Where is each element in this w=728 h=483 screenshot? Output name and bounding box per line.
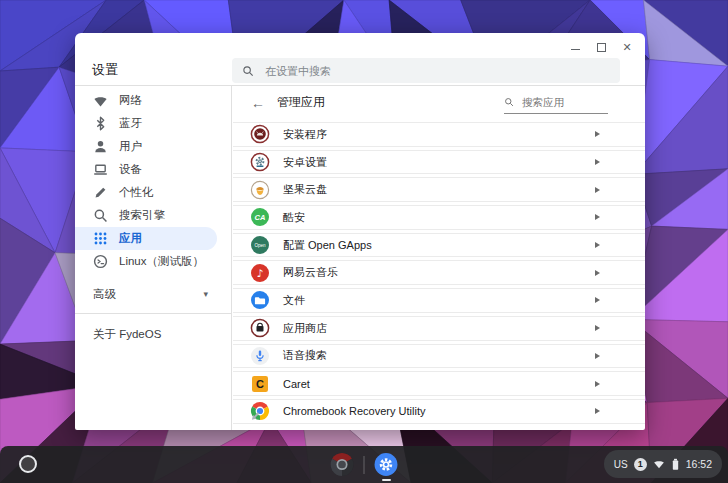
app-row[interactable]: 安卓设置 (233, 150, 645, 175)
appstore-icon (250, 318, 270, 338)
app-label: 文件 (283, 293, 582, 308)
minimize-icon[interactable] (568, 41, 582, 53)
sidebar-item-label: 网络 (119, 93, 142, 108)
pen-icon (93, 185, 108, 200)
launcher-button[interactable] (19, 455, 37, 473)
laptop-icon (93, 162, 108, 177)
sidebar-divider (75, 313, 231, 314)
person-icon (93, 139, 108, 154)
about-label: 关于 FydeOS (93, 327, 161, 342)
sidebar-item-laptop[interactable]: 设备 (75, 158, 231, 181)
apps-search-input[interactable] (520, 95, 608, 109)
close-icon[interactable]: ✕ (620, 41, 634, 53)
settings-search-input[interactable] (263, 64, 610, 78)
chevron-right-icon (595, 381, 600, 387)
bluetooth-icon (93, 116, 108, 131)
app-row[interactable]: 坚果云盘 (233, 177, 645, 202)
svg-text:♪: ♪ (257, 267, 264, 279)
sidebar-item-terminal[interactable]: Linux（测试版） (75, 250, 231, 273)
netease-icon: ♪ (250, 263, 270, 283)
shelf-apps (330, 446, 399, 483)
chevron-right-icon (595, 353, 600, 359)
app-row[interactable]: CCaret (233, 371, 645, 396)
sidebar-item-label: 应用 (119, 231, 142, 246)
notification-badge: 1 (634, 458, 647, 471)
wifi-icon (93, 93, 108, 108)
app-row[interactable]: Open配置 Open GApps (233, 233, 645, 258)
installer-icon (250, 124, 270, 144)
sidebar-item-search[interactable]: 搜索引擎 (75, 204, 231, 227)
sidebar-item-bluetooth[interactable]: 蓝牙 (75, 112, 231, 135)
chevron-right-icon (595, 270, 600, 276)
apps-icon (93, 231, 108, 246)
app-row[interactable]: 文件 (233, 288, 645, 313)
window-titlebar[interactable] (75, 33, 645, 55)
app-row[interactable]: Chromebook Recovery Utility (233, 399, 645, 424)
app-row[interactable]: CA酷安 (233, 205, 645, 230)
window-controls: ✕ (568, 41, 634, 53)
nutstore-icon (250, 180, 270, 200)
maximize-icon[interactable] (594, 41, 608, 53)
wifi-icon (653, 459, 665, 469)
sidebar-item-label: 搜索引擎 (119, 208, 165, 223)
chevron-right-icon (595, 187, 600, 193)
app-row[interactable]: 应用商店 (233, 316, 645, 341)
coolapk-icon: CA (250, 207, 270, 227)
caret-icon: C (250, 374, 270, 394)
sidebar-item-about[interactable]: 关于 FydeOS (75, 319, 231, 349)
battery-icon (671, 458, 680, 471)
keyboard-layout-indicator: US (614, 459, 628, 470)
terminal-icon (93, 254, 108, 269)
sidebar-item-label: Linux（测试版） (119, 254, 204, 269)
svg-text:Open: Open (254, 243, 266, 248)
page-title: 设置 (92, 58, 118, 82)
app-row[interactable]: 安装程序 (233, 122, 645, 147)
svg-text:C: C (256, 378, 264, 390)
active-app-indicator (382, 479, 391, 481)
chevron-right-icon (595, 159, 600, 165)
settings-window: ✕ 设置 网络蓝牙用户设备个性化搜索引擎应用Linux（测试版） 高级 ▾ 关于… (75, 33, 645, 430)
chevron-right-icon (595, 131, 600, 137)
status-tray[interactable]: US 1 16:52 (604, 450, 722, 478)
app-label: 网易云音乐 (283, 265, 582, 280)
recovery-icon (250, 401, 270, 421)
chevron-down-icon: ▾ (203, 289, 208, 299)
sidebar-item-apps[interactable]: 应用 (75, 227, 217, 250)
android-settings-icon (250, 152, 270, 172)
back-arrow-icon[interactable]: ← (251, 95, 271, 111)
chevron-right-icon (595, 408, 600, 414)
chevron-right-icon (595, 214, 600, 220)
files-icon (250, 290, 270, 310)
app-label: 安卓设置 (283, 155, 582, 170)
sidebar-item-label: 设备 (119, 162, 142, 177)
sidebar-item-wifi[interactable]: 网络 (75, 89, 231, 112)
app-row[interactable]: 语音搜索 (233, 344, 645, 369)
app-label: Caret (283, 378, 582, 390)
app-label: 坚果云盘 (283, 182, 582, 197)
app-label: 酷安 (283, 210, 582, 225)
app-label: 语音搜索 (283, 348, 582, 363)
sidebar-advanced[interactable]: 高级 ▾ (75, 282, 231, 306)
manage-apps-title: 管理应用 (277, 94, 325, 111)
sidebar-item-person[interactable]: 用户 (75, 135, 231, 158)
app-row[interactable]: ♪网易云音乐 (233, 260, 645, 285)
sidebar-item-label: 用户 (119, 139, 142, 154)
search-icon (242, 65, 254, 77)
clock: 16:52 (686, 458, 712, 470)
chrome-browser-icon[interactable] (330, 452, 355, 477)
apps-search-box[interactable] (504, 95, 608, 114)
svg-text:CA: CA (255, 213, 266, 222)
sidebar: 网络蓝牙用户设备个性化搜索引擎应用Linux（测试版） 高级 ▾ 关于 Fyde… (75, 86, 232, 430)
settings-app-icon[interactable] (374, 452, 399, 477)
sidebar-item-pen[interactable]: 个性化 (75, 181, 231, 204)
shelf-separator (364, 456, 365, 474)
app-label: 配置 Open GApps (283, 238, 582, 253)
manage-apps-panel: ← 管理应用 安装程序安卓设置坚果云盘CA酷安Open配置 Open GApps… (233, 86, 645, 430)
chevron-right-icon (595, 297, 600, 303)
apps-list: 安装程序安卓设置坚果云盘CA酷安Open配置 Open GApps♪网易云音乐文… (233, 122, 645, 427)
voice-search-icon (250, 346, 270, 366)
settings-search-box[interactable] (232, 58, 620, 83)
search-icon (504, 97, 514, 107)
app-label: Chromebook Recovery Utility (283, 405, 582, 417)
search-icon (93, 208, 108, 223)
